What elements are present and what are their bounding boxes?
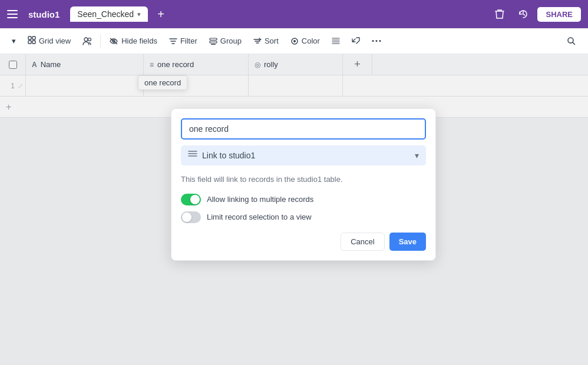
grid-icon [28, 36, 36, 46]
svg-point-15 [293, 40, 296, 42]
allow-multiple-toggle[interactable] [181, 194, 201, 205]
svg-rect-3 [28, 36, 31, 39]
modal-footer: Cancel Save [181, 233, 426, 251]
svg-rect-11 [210, 38, 217, 40]
field-editor-modal: Link to studio1 ▾ This field will link t… [171, 108, 436, 261]
sort-button[interactable]: Sort [249, 34, 283, 48]
toggle-knob-2 [182, 213, 191, 222]
color-button[interactable]: Color [286, 34, 325, 48]
grid-view-button[interactable]: Grid view [23, 33, 75, 49]
row-height-button[interactable] [327, 34, 345, 48]
svg-rect-6 [32, 41, 35, 44]
active-tab[interactable]: Seen_Checked ▾ [70, 6, 148, 22]
collaborators-button[interactable] [78, 34, 97, 48]
link-icon [188, 150, 197, 161]
svg-point-7 [84, 38, 88, 41]
limit-selection-label: Limit record selection to a view [207, 213, 312, 221]
view-expand-button[interactable]: ▾ [7, 34, 21, 48]
toggle-knob-1 [190, 195, 200, 204]
sort-label: Sort [265, 36, 279, 45]
svg-rect-1 [7, 14, 18, 15]
svg-rect-4 [32, 36, 35, 39]
svg-rect-5 [28, 41, 31, 44]
add-tab-button[interactable]: + [153, 6, 169, 22]
svg-rect-13 [211, 44, 216, 45]
svg-point-17 [375, 40, 377, 42]
limit-selection-toggle[interactable] [181, 211, 201, 223]
modal-overlay: Link to studio1 ▾ This field will link t… [0, 54, 588, 365]
field-description: This field will link to records in the s… [181, 174, 426, 185]
trash-icon[interactable] [490, 5, 509, 24]
share-button[interactable]: SHARE [537, 7, 581, 22]
app-name[interactable]: studio1 [22, 7, 65, 22]
main-area: A Name ≡ one record one record ◎ rolly + [0, 54, 588, 365]
tab-name: Seen_Checked [77, 9, 134, 19]
filter-label: Filter [180, 36, 197, 45]
toolbar: ▾ Grid view Hide fields [0, 28, 588, 54]
topbar: studio1 Seen_Checked ▾ + SHARE [0, 0, 588, 28]
search-button[interactable] [562, 34, 581, 49]
allow-multiple-label: Allow linking to multiple records [207, 195, 313, 204]
save-button[interactable]: Save [389, 233, 426, 251]
limit-selection-toggle-row: Limit record selection to a view [181, 211, 426, 223]
filter-button[interactable]: Filter [164, 34, 202, 48]
group-button[interactable]: Group [204, 34, 246, 48]
history-icon[interactable] [514, 5, 533, 24]
group-label: Group [220, 36, 242, 45]
link-label: Link to studio1 [202, 151, 415, 160]
grid-view-label: Grid view [39, 36, 71, 45]
toolbar-divider-1 [100, 34, 101, 48]
svg-point-8 [88, 38, 91, 41]
link-type-selector[interactable]: Link to studio1 ▾ [181, 145, 426, 165]
allow-multiple-toggle-row: Allow linking to multiple records [181, 194, 426, 205]
chevron-down-icon: ▾ [12, 36, 16, 45]
svg-point-18 [379, 40, 381, 42]
expand-button[interactable] [347, 34, 365, 48]
cancel-button[interactable]: Cancel [341, 233, 384, 251]
svg-rect-12 [210, 41, 217, 43]
menu-icon[interactable] [7, 10, 18, 18]
svg-point-16 [372, 40, 374, 42]
link-chevron: ▾ [415, 151, 419, 160]
field-name-input[interactable] [181, 118, 426, 140]
more-button[interactable] [367, 36, 386, 45]
tab-chevron: ▾ [137, 11, 141, 18]
hide-fields-button[interactable]: Hide fields [104, 34, 162, 48]
svg-rect-2 [7, 17, 18, 18]
hide-fields-label: Hide fields [121, 36, 157, 45]
svg-rect-0 [7, 10, 18, 11]
color-label: Color [302, 36, 320, 45]
